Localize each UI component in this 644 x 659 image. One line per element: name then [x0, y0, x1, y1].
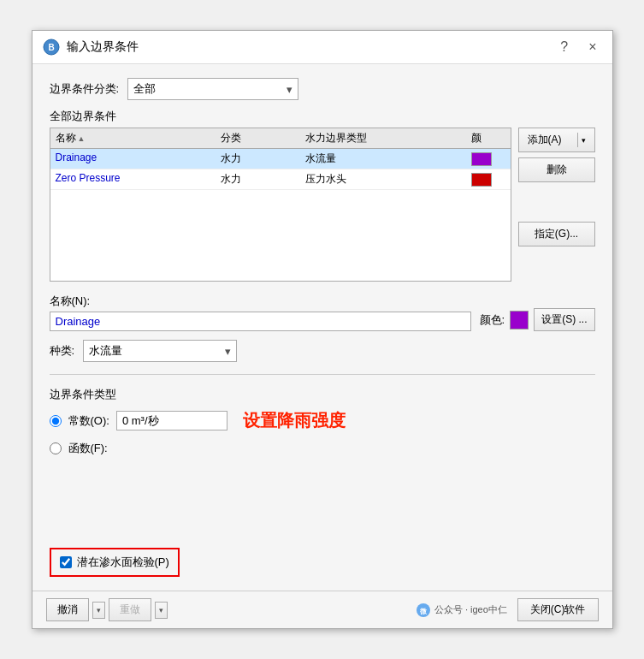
name-field-group: 名称(N):	[50, 294, 471, 331]
color-display	[510, 311, 529, 330]
constant-value-input[interactable]	[116, 411, 227, 430]
bc-class-label: 边界条件分类:	[50, 81, 120, 97]
col-name: 名称 ▲	[56, 131, 218, 145]
species-chevron-icon: ▾	[225, 345, 231, 358]
color-swatch-drainage	[471, 152, 492, 166]
svg-text:B: B	[48, 43, 54, 52]
col-category: 分类	[221, 131, 302, 145]
table-header: 名称 ▲ 分类 水力边界类型 颜	[50, 128, 511, 149]
redo-button[interactable]: 重做	[109, 598, 151, 621]
name-input[interactable]	[50, 312, 471, 331]
bc-table: 名称 ▲ 分类 水力边界类型 颜	[50, 128, 511, 282]
annotation-text: 设置降雨强度	[243, 409, 346, 432]
constant-label: 常数(O):	[68, 413, 109, 429]
add-button[interactable]: 添加(A) ▾	[518, 128, 595, 152]
table-row[interactable]: Drainage 水力 水流量	[50, 149, 511, 169]
color-label: 颜色:	[480, 312, 505, 328]
dialog-title: 输入边界条件	[67, 39, 139, 55]
table-section: 名称 ▲ 分类 水力边界类型 颜	[50, 128, 595, 282]
color-section: 颜色: 设置(S) ...	[480, 308, 595, 331]
table-row[interactable]: Zero Pressure 水力 压力水头	[50, 169, 511, 190]
constant-radio-row: 常数(O): 设置降雨强度	[50, 409, 595, 432]
cell-type-zero-pressure: 压力水头	[305, 172, 468, 187]
cell-name-drainage: Drainage	[56, 151, 218, 166]
checkbox-label: 潜在渗水面检验(P)	[77, 555, 169, 570]
col-bc-type: 水力边界类型	[305, 131, 468, 145]
main-dialog: B 输入边界条件 ? × 边界条件分类: 全部 ▾ 全部边界条件	[32, 30, 613, 629]
function-label: 函数(F):	[68, 441, 108, 456]
add-button-label: 添加(A)	[528, 133, 562, 147]
species-label: 种类:	[50, 343, 75, 359]
col-color: 颜	[471, 131, 505, 145]
brand-text: 公众号 · igeo中仁	[434, 603, 507, 616]
bc-class-row: 边界条件分类: 全部 ▾	[50, 78, 595, 100]
dialog-footer: 撤消 ▾ 重做 ▾ 微 公众号 · igeo中仁 关闭(C)软件	[32, 591, 612, 628]
cell-cat-zero-pressure: 水力	[221, 172, 302, 187]
cell-name-zero-pressure: Zero Pressure	[56, 172, 218, 187]
brand-icon: 微	[416, 603, 431, 618]
title-bar: B 输入边界条件 ? ×	[32, 31, 612, 64]
bc-class-value: 全部	[133, 81, 156, 97]
cell-color-drainage	[471, 151, 505, 166]
title-bar-left: B 输入边界条件	[43, 39, 139, 56]
name-color-section: 名称(N): 颜色: 设置(S) ...	[50, 294, 595, 331]
species-dropdown[interactable]: 水流量 ▾	[83, 340, 237, 362]
svg-text:微: 微	[419, 608, 428, 615]
divider	[50, 374, 595, 375]
cell-color-zero-pressure	[471, 172, 505, 187]
close-c-button[interactable]: 关闭(C)软件	[517, 598, 599, 621]
close-button[interactable]: ×	[583, 38, 601, 56]
color-swatch-zero-pressure	[471, 173, 492, 187]
constant-radio[interactable]	[50, 415, 62, 427]
bc-type-title: 边界条件类型	[50, 387, 595, 402]
dialog-body: 边界条件分类: 全部 ▾ 全部边界条件 名称 ▲ 分类	[32, 64, 612, 591]
dialog-icon: B	[43, 39, 60, 56]
sort-icon: ▲	[78, 134, 86, 143]
title-bar-right: ? ×	[555, 38, 601, 56]
boundary-type-section: 边界条件类型 常数(O): 设置降雨强度 函数(F):	[50, 387, 595, 456]
all-bc-section: 全部边界条件 名称 ▲ 分类 水力边界类型	[50, 109, 595, 282]
assign-button[interactable]: 指定(G)...	[518, 222, 595, 246]
bc-class-dropdown[interactable]: 全部 ▾	[127, 78, 298, 100]
checkbox-section: 潜在渗水面检验(P)	[50, 548, 180, 577]
color-set-button[interactable]: 设置(S) ...	[534, 308, 594, 331]
spacer	[50, 465, 595, 539]
species-row: 种类: 水流量 ▾	[50, 340, 595, 362]
table-action-buttons: 添加(A) ▾ 删除 指定(G)...	[518, 128, 595, 282]
species-value: 水流量	[89, 343, 122, 359]
name-label: 名称(N):	[50, 294, 471, 309]
redo-arrow-button[interactable]: ▾	[155, 602, 168, 619]
seepage-checkbox[interactable]	[60, 556, 72, 568]
undo-arrow-button[interactable]: ▾	[92, 602, 105, 619]
undo-button[interactable]: 撤消	[46, 598, 89, 621]
help-button[interactable]: ?	[555, 38, 573, 56]
cell-cat-drainage: 水力	[221, 151, 302, 166]
function-radio-row: 函数(F):	[50, 441, 595, 456]
all-bc-label: 全部边界条件	[50, 109, 595, 124]
add-dropdown-arrow[interactable]: ▾	[577, 133, 586, 147]
chevron-down-icon: ▾	[287, 83, 292, 96]
delete-button[interactable]: 删除	[518, 157, 595, 182]
cell-type-drainage: 水流量	[305, 151, 468, 166]
radio-group: 常数(O): 设置降雨强度 函数(F):	[50, 409, 595, 456]
brand-section: 微 公众号 · igeo中仁	[416, 603, 507, 618]
function-radio[interactable]	[50, 442, 62, 454]
